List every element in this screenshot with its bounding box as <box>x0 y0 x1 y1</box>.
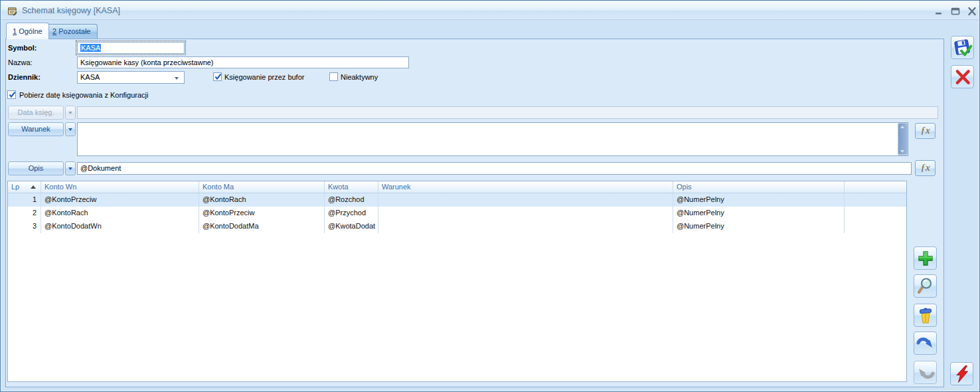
nazwa-input[interactable]: Księgowanie kasy (konta przeciwstawne) <box>77 56 409 68</box>
scroll-up-icon <box>900 126 904 128</box>
opis-button[interactable]: Opis <box>8 161 64 175</box>
cancel-x-icon <box>953 67 973 87</box>
cell-lp[interactable]: 1 <box>8 193 41 207</box>
chevron-down-icon <box>175 77 179 80</box>
symbol-input[interactable]: KASA <box>77 42 185 54</box>
window-title: Schemat księgowy [KASA] <box>22 1 120 20</box>
data-ksieg-button: Data księg. <box>8 106 64 120</box>
column-header-warunek[interactable]: Warunek <box>378 181 673 193</box>
chevron-down-icon <box>68 112 72 114</box>
column-header-kwota[interactable]: Kwota <box>325 181 378 193</box>
tab-pozostale[interactable]: 2 Pozostałe <box>46 24 98 39</box>
column-header-filler <box>845 181 906 193</box>
pobierz-date-checkbox[interactable] <box>7 90 16 99</box>
pobierz-date-checkbox-label: Pobierz datę księgowania z Konfiguracji <box>19 91 148 99</box>
arrow-down-blue-icon <box>916 334 936 353</box>
opis-dropdown-button[interactable] <box>65 161 76 175</box>
symbol-label: Symbol: <box>8 44 37 52</box>
dziennik-combobox[interactable]: KASA <box>77 71 185 84</box>
sort-ascending-icon <box>31 185 36 189</box>
check-icon <box>214 72 222 81</box>
warunek-button[interactable]: Warunek <box>8 122 64 136</box>
cell-warunek[interactable] <box>378 220 673 233</box>
table-row[interactable]: 2 @KontoRach @KontoPrzeciw @Przychod @Nu… <box>8 207 906 220</box>
advanced-button[interactable] <box>950 362 973 385</box>
nazwa-label: Nazwa: <box>8 58 33 66</box>
data-ksieg-dropdown-button <box>65 106 76 120</box>
cell-warunek[interactable] <box>378 207 673 220</box>
maximize-button[interactable] <box>950 7 961 16</box>
nieaktywny-checkbox[interactable] <box>329 72 338 81</box>
warunek-textarea[interactable] <box>77 122 908 156</box>
scroll-down-icon <box>900 150 904 153</box>
cell-konto-wn[interactable]: @KontoRach <box>41 207 199 220</box>
move-down-button[interactable] <box>914 332 937 355</box>
arrow-up-gray-icon <box>916 363 936 383</box>
bufor-checkbox-label: Księgowanie przez bufor <box>224 73 304 81</box>
chevron-down-icon <box>68 167 72 170</box>
warunek-fx-button[interactable]: ƒx <box>915 123 936 139</box>
minimize-button[interactable] <box>934 7 944 16</box>
magnifier-icon <box>916 276 936 296</box>
opis-input[interactable]: @Dokument <box>77 162 912 175</box>
cell-opis[interactable]: @NumerPelny <box>673 207 845 220</box>
cell-lp[interactable]: 2 <box>8 207 41 220</box>
table-header: Lp Konto Wn Konto Ma Kwota Warunek Opis <box>8 181 906 193</box>
table-row[interactable]: 3 @KontoDodatWn @KontoDodatMa @KwotaDoda… <box>8 220 906 233</box>
cell-kwota[interactable]: @KwotaDodat <box>325 220 378 233</box>
warunek-dropdown-button[interactable] <box>65 122 76 136</box>
cell-konto-wn[interactable]: @KontoDodatWn <box>41 220 199 233</box>
save-icon <box>953 38 973 58</box>
check-icon <box>8 90 17 99</box>
cell-warunek[interactable] <box>378 193 673 207</box>
cell-filler <box>845 193 906 207</box>
cell-konto-ma[interactable]: @KontoRach <box>199 193 325 207</box>
column-header-lp[interactable]: Lp <box>8 181 41 193</box>
opis-fx-button[interactable]: ƒx <box>915 160 936 176</box>
cell-opis[interactable]: @NumerPelny <box>673 220 845 233</box>
add-button[interactable] <box>914 246 937 270</box>
data-ksieg-input <box>77 106 938 119</box>
cell-konto-wn[interactable]: @KontoPrzeciw <box>41 193 199 207</box>
close-button[interactable] <box>967 7 977 16</box>
title-bar[interactable]: Schemat księgowy [KASA] <box>1 1 979 20</box>
edit-button[interactable] <box>914 274 937 298</box>
column-header-konto-wn[interactable]: Konto Wn <box>41 181 199 193</box>
chevron-down-icon <box>68 128 72 131</box>
move-up-button[interactable] <box>914 361 937 384</box>
dziennik-label: Dziennik: <box>8 73 41 81</box>
cell-lp[interactable]: 3 <box>8 220 41 233</box>
ledger-icon <box>7 6 17 16</box>
cell-opis[interactable]: @NumerPelny <box>673 193 845 207</box>
bufor-checkbox[interactable] <box>213 72 222 81</box>
cancel-button[interactable] <box>951 65 974 88</box>
tab-ogolne[interactable]: 1 Ogólne <box>6 23 49 39</box>
positions-table: Lp Konto Wn Konto Ma Kwota Warunek Opis … <box>7 181 907 382</box>
trash-icon <box>916 306 936 326</box>
save-button[interactable] <box>951 36 974 59</box>
delete-button[interactable] <box>914 304 937 327</box>
cell-kwota[interactable]: @Przychod <box>325 207 378 220</box>
column-header-konto-ma[interactable]: Konto Ma <box>199 181 325 193</box>
cell-filler <box>845 207 906 220</box>
cell-konto-ma[interactable]: @KontoDodatMa <box>199 220 325 233</box>
column-header-opis[interactable]: Opis <box>673 181 845 193</box>
cell-filler <box>845 220 906 233</box>
cell-konto-ma[interactable]: @KontoPrzeciw <box>199 207 325 220</box>
cell-kwota[interactable]: @Rozchod <box>325 193 378 207</box>
dialog-window: Schemat księgowy [KASA] 1 Ogólne 2 Pozos… <box>0 0 980 392</box>
warunek-scrollbar[interactable] <box>898 123 908 155</box>
plus-icon <box>916 248 936 268</box>
nieaktywny-checkbox-label: Nieaktywny <box>341 73 378 81</box>
table-row[interactable]: 1 @KontoPrzeciw @KontoRach @Rozchod @Num… <box>8 193 906 207</box>
lightning-icon <box>952 364 972 384</box>
